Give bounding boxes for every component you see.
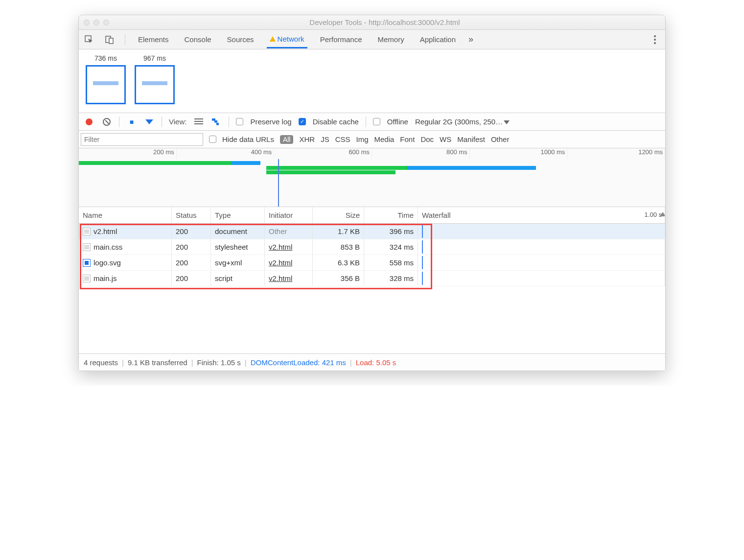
tab-performance[interactable]: Performance [317,31,365,47]
devtools-window: Developer Tools - http://localhost:3000/… [78,15,666,371]
col-type[interactable]: Type [211,207,265,223]
device-toggle-icon[interactable] [104,34,115,45]
frame-thumbnail [135,65,175,104]
col-waterfall[interactable]: Waterfall 1.00 s [418,207,665,223]
hide-data-urls-checkbox[interactable] [209,136,216,143]
initiator-link[interactable]: v2.html [269,243,292,251]
initiator-link: Other [269,227,287,235]
filter-type-js[interactable]: JS [321,135,329,143]
status-bar: 4 requests | 9.1 KB transferred | Finish… [79,354,665,371]
footer-finish: Finish: 1.05 s [197,358,241,367]
timeline-tick: 600 ms [274,148,372,159]
filmstrip-frame[interactable]: 736 ms [86,54,126,108]
record-button[interactable] [84,117,94,127]
dropdown-icon [504,120,510,124]
filter-bar: Hide data URLs All XHR JS CSS Img Media … [79,131,665,148]
panel-tabs: ElementsConsoleSourcesNetworkPerformance… [79,30,665,49]
tab-network[interactable]: Network [267,31,307,48]
screenshots-icon[interactable]: ■ [126,117,137,127]
file-icon [83,228,91,235]
filter-toggle-icon[interactable] [144,117,155,127]
initiator-link[interactable]: v2.html [269,274,292,282]
tab-elements[interactable]: Elements [135,31,172,47]
filter-type-doc[interactable]: Doc [420,135,434,143]
file-icon [83,243,91,251]
minimize-dot[interactable] [93,20,99,25]
zoom-dot[interactable] [103,20,109,25]
footer-dcl: DOMContentLoaded: 421 ms [251,358,346,367]
offline-label: Offline [387,117,408,126]
view-large-icon[interactable] [193,117,204,127]
timeline-tick: 200 ms [79,148,177,159]
tab-memory[interactable]: Memory [375,31,407,47]
filter-type-font[interactable]: Font [400,135,415,143]
overview-marker [278,159,279,207]
table-row[interactable]: main.js200scriptv2.html356 B328 ms [79,271,665,286]
title-bar: Developer Tools - http://localhost:3000/… [79,15,665,30]
tab-application[interactable]: Application [417,31,459,47]
initiator-link[interactable]: v2.html [269,258,292,267]
preserve-log-checkbox[interactable] [236,118,243,125]
tabs-overflow-icon[interactable]: » [468,34,473,45]
separator [125,34,125,45]
filter-type-other[interactable]: Other [491,135,510,143]
filmstrip: 736 ms967 ms [79,49,665,113]
tab-console[interactable]: Console [182,31,214,47]
frame-timestamp: 967 ms [143,54,166,62]
table-row[interactable]: logo.svg200svg+xmlv2.html6.3 KB558 ms [79,255,665,271]
footer-requests: 4 requests [84,358,118,367]
file-icon [83,259,91,267]
close-dot[interactable] [84,20,90,25]
frame-thumbnail [86,65,126,104]
filter-type-media[interactable]: Media [374,135,395,143]
filter-type-manifest[interactable]: Manifest [457,135,485,143]
table-row[interactable]: main.css200stylesheetv2.html853 B324 ms [79,239,665,255]
tab-sources[interactable]: Sources [224,31,257,47]
footer-load: Load: 5.05 s [356,358,396,367]
network-toolbar: ■ View: Preserve log Disable cache Offli… [79,113,665,131]
hide-data-urls-label: Hide data URLs [222,135,274,143]
timeline-tick: 1200 ms [567,148,665,159]
throttling-select[interactable]: Regular 2G (300ms, 250… [415,117,510,126]
request-name: main.css [93,243,122,251]
window-title: Developer Tools - http://localhost:3000/… [109,18,660,26]
footer-transferred: 9.1 KB transferred [128,358,187,367]
col-status[interactable]: Status [172,207,211,223]
sort-icon [660,212,665,216]
filter-type-img[interactable]: Img [356,135,368,143]
timeline-overview[interactable]: 200 ms400 ms600 ms800 ms1000 ms1200 ms [79,148,665,207]
col-name[interactable]: Name [79,207,172,223]
preserve-log-label: Preserve log [250,117,291,126]
timeline-tick: 1000 ms [470,148,568,159]
col-size[interactable]: Size [313,207,364,223]
file-icon [83,275,91,282]
requests-table: Name Status Type Initiator Size Time Wat… [79,207,665,354]
inspect-icon[interactable] [84,34,94,45]
col-initiator[interactable]: Initiator [265,207,313,223]
traffic-lights [84,20,109,25]
frame-timestamp: 736 ms [94,54,117,62]
warning-icon [270,36,276,42]
request-name: logo.svg [93,258,121,267]
offline-checkbox[interactable] [373,118,380,125]
svg-rect-2 [109,38,113,44]
table-row[interactable]: v2.html200documentOther1.7 KB396 ms [79,224,665,239]
request-name: main.js [93,274,117,282]
disable-cache-label: Disable cache [313,117,359,126]
filter-type-xhr[interactable]: XHR [299,135,315,143]
timeline-tick: 800 ms [372,148,470,159]
timeline-tick: 400 ms [177,148,275,159]
disable-cache-checkbox[interactable] [299,118,306,125]
view-waterfall-icon[interactable] [211,117,222,127]
filter-type-all[interactable]: All [280,135,294,144]
filter-type-ws[interactable]: WS [440,135,451,143]
filmstrip-frame[interactable]: 967 ms [135,54,175,108]
view-label: View: [169,117,186,126]
kebab-menu-icon[interactable] [650,34,660,45]
col-time[interactable]: Time [364,207,418,223]
clear-button[interactable] [101,117,112,127]
overview-bars [79,161,665,172]
filter-input[interactable] [81,133,203,146]
table-header: Name Status Type Initiator Size Time Wat… [79,207,665,224]
filter-type-css[interactable]: CSS [335,135,350,143]
